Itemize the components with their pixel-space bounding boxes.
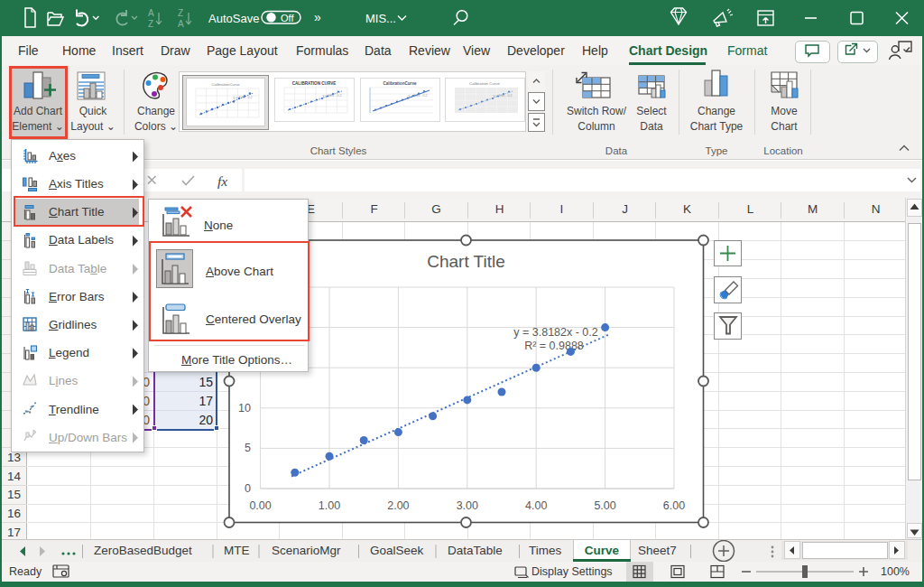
svg-text:y = 3.8x - 0.2: y = 3.8x - 0.2 [323,94,342,98]
svg-text:Z: Z [148,19,153,29]
svg-text:CalibrationCurve: CalibrationCurve [211,82,240,87]
svg-text:Z: Z [178,8,183,18]
svg-text:Calibration Curve: Calibration Curve [469,81,500,86]
svg-text:y = 3.8x - 0.2: y = 3.8x - 0.2 [234,96,253,99]
svg-text:5: 5 [245,442,251,454]
svg-text:0: 0 [245,482,251,495]
svg-text:y = 3.8182x - 0.2: y = 3.8182x - 0.2 [513,326,598,339]
svg-text:1.00: 1.00 [319,499,340,512]
svg-text:6.00: 6.00 [663,499,685,512]
svg-text:y = 3.8x - 0.2: y = 3.8x - 0.2 [494,94,513,98]
svg-text:A: A [148,8,154,18]
svg-text:Chart Title: Chart Title [427,252,505,271]
svg-text:2.00: 2.00 [387,499,409,512]
svg-text:fx: fx [217,173,227,189]
svg-text:A: A [178,19,184,29]
svg-text:CALIBRATION CURVE: CALIBRATION CURVE [292,81,337,86]
svg-text:0.00: 0.00 [249,499,271,512]
svg-text:5.00: 5.00 [594,499,615,512]
svg-text:4.00: 4.00 [525,499,547,512]
svg-text:CalibrationCurve: CalibrationCurve [383,81,416,86]
svg-text:3.00: 3.00 [457,499,478,512]
svg-text:10: 10 [238,402,251,415]
